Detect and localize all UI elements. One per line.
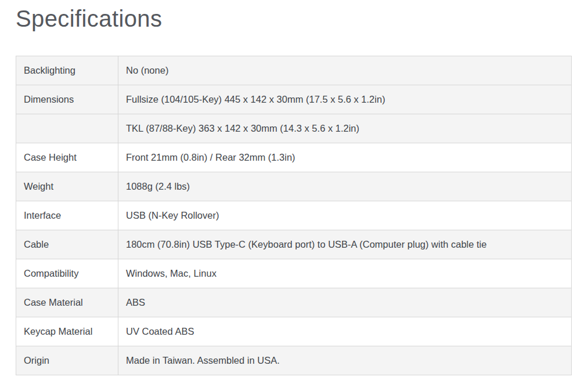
spec-label: Compatibility — [16, 259, 118, 288]
table-row: Weight 1088g (2.4 lbs) — [16, 172, 572, 201]
spec-label: Weight — [16, 172, 118, 201]
spec-value: Windows, Mac, Linux — [118, 259, 572, 288]
table-row: Origin Made in Taiwan. Assembled in USA. — [16, 346, 572, 375]
table-row: Dimensions Fullsize (104/105-Key) 445 x … — [16, 85, 572, 114]
spec-value: USB (N-Key Rollover) — [118, 201, 572, 230]
spec-value: Front 21mm (0.8in) / Rear 32mm (1.3in) — [118, 143, 572, 172]
specifications-table: Backlighting No (none) Dimensions Fullsi… — [16, 56, 572, 375]
spec-value: No (none) — [118, 56, 572, 85]
spec-value: ABS — [118, 288, 572, 317]
spec-value: 1088g (2.4 lbs) — [118, 172, 572, 201]
spec-value: 180cm (70.8in) USB Type-C (Keyboard port… — [118, 230, 572, 259]
table-row: Case Material ABS — [16, 288, 572, 317]
spec-label: Backlighting — [16, 56, 118, 85]
spec-label: Origin — [16, 346, 118, 375]
page-title: Specifications — [16, 5, 588, 32]
spec-label: Case Height — [16, 143, 118, 172]
spec-label: Interface — [16, 201, 118, 230]
table-row: Keycap Material UV Coated ABS — [16, 317, 572, 346]
specifications-page: Specifications Backlighting No (none) Di… — [0, 0, 588, 375]
table-row: Cable 180cm (70.8in) USB Type-C (Keyboar… — [16, 230, 572, 259]
table-row: Compatibility Windows, Mac, Linux — [16, 259, 572, 288]
spec-label: Cable — [16, 230, 118, 259]
table-row: Case Height Front 21mm (0.8in) / Rear 32… — [16, 143, 572, 172]
table-row: TKL (87/88-Key) 363 x 142 x 30mm (14.3 x… — [16, 114, 572, 143]
spec-value: Made in Taiwan. Assembled in USA. — [118, 346, 572, 375]
spec-value: Fullsize (104/105-Key) 445 x 142 x 30mm … — [118, 85, 572, 114]
spec-label: Keycap Material — [16, 317, 118, 346]
spec-label: Case Material — [16, 288, 118, 317]
spec-label — [16, 114, 118, 143]
table-row: Backlighting No (none) — [16, 56, 572, 85]
table-row: Interface USB (N-Key Rollover) — [16, 201, 572, 230]
spec-value: UV Coated ABS — [118, 317, 572, 346]
spec-label: Dimensions — [16, 85, 118, 114]
spec-value: TKL (87/88-Key) 363 x 142 x 30mm (14.3 x… — [118, 114, 572, 143]
